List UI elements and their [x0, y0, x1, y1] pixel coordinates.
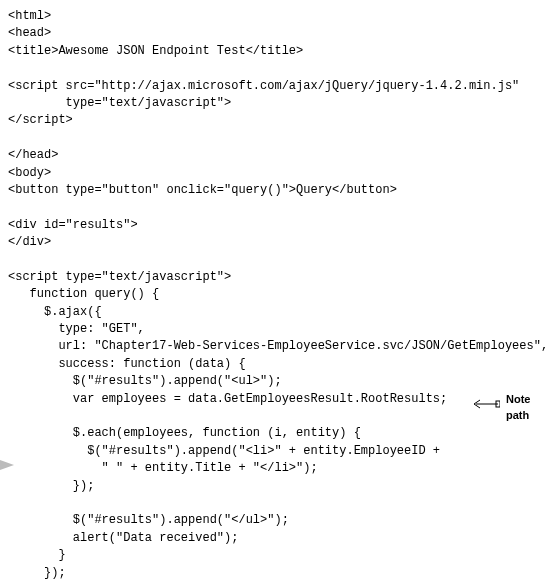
annotation-arrow-icon	[470, 395, 500, 415]
code-line: type: "GET",	[8, 322, 145, 336]
code-line: <script type="text/javascript">	[8, 270, 231, 284]
code-line: </script>	[8, 113, 73, 127]
code-line: success: function (data) {	[8, 357, 246, 371]
code-line: $("#results").append("<li>" + entity.Emp…	[8, 444, 440, 458]
code-line: alert("Data received");	[8, 531, 238, 545]
code-line: <div id="results">	[8, 218, 138, 232]
code-line: }	[8, 548, 66, 562]
code-line: type="text/javascript">	[8, 96, 231, 110]
code-line: </div>	[8, 235, 51, 249]
code-line: $("#results").append("</ul>");	[8, 513, 289, 527]
code-line: $.each(employees, function (i, entity) {	[8, 426, 361, 440]
svg-marker-2	[0, 460, 14, 470]
code-line: $.ajax({	[8, 305, 102, 319]
code-line: url: "Chapter17-Web-Services-EmployeeSer…	[8, 339, 548, 353]
code-line: <body>	[8, 166, 51, 180]
code-line: <html>	[8, 9, 51, 23]
code-line: <head>	[8, 26, 51, 40]
code-line: function query() {	[8, 287, 159, 301]
code-line: });	[8, 566, 66, 580]
code-line: </head>	[8, 148, 58, 162]
annotation-text-line2: path	[506, 409, 529, 421]
code-line: <title>Awesome JSON Endpoint Test</title…	[8, 44, 303, 58]
annotation-text-line1: Note	[506, 393, 530, 405]
code-line: $("#results").append("<ul>");	[8, 374, 282, 388]
code-line: <button type="button" onclick="query()">…	[8, 183, 397, 197]
code-line: var employees = data.GetEmployeesResult.…	[8, 392, 447, 406]
code-listing: <html> <head> <title>Awesome JSON Endpoi…	[8, 8, 541, 581]
code-line: });	[8, 479, 94, 493]
code-line: <script src="http://ajax.microsoft.com/a…	[8, 79, 519, 93]
code-line: " " + entity.Title + "</li>");	[8, 461, 318, 475]
annotation-note: Note path	[506, 392, 530, 424]
pointer-arrow-icon	[0, 458, 14, 474]
